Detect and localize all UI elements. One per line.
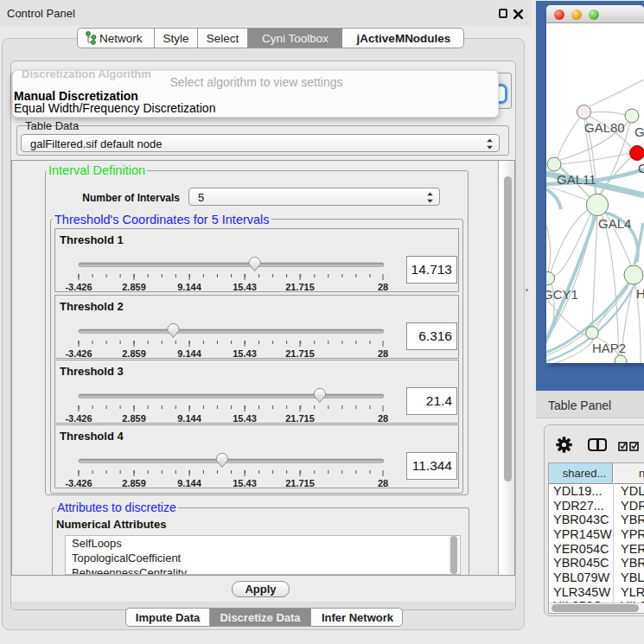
svg-text:15.43: 15.43 <box>233 282 257 292</box>
svg-text:2.859: 2.859 <box>122 348 146 359</box>
svg-text:H: H <box>636 286 644 301</box>
svg-text:15.43: 15.43 <box>233 478 257 488</box>
svg-text:28: 28 <box>378 282 388 292</box>
svg-text:21.715: 21.715 <box>285 348 315 359</box>
svg-text:-3.426: -3.426 <box>65 282 92 292</box>
svg-text:28: 28 <box>378 478 388 488</box>
svg-text:9.144: 9.144 <box>177 348 201 359</box>
svg-text:GAL80: GAL80 <box>584 120 625 135</box>
svg-text:GAL4: GAL4 <box>598 216 631 231</box>
svg-text:15.43: 15.43 <box>233 348 257 359</box>
svg-text:21.715: 21.715 <box>285 413 315 424</box>
svg-text:GAL11: GAL11 <box>557 172 596 187</box>
svg-text:-3.426: -3.426 <box>65 348 92 359</box>
svg-text:28: 28 <box>378 348 388 359</box>
svg-text:9.144: 9.144 <box>177 282 201 292</box>
svg-text:28: 28 <box>378 413 388 424</box>
svg-text:9.144: 9.144 <box>177 413 201 424</box>
svg-text:2.859: 2.859 <box>122 282 146 292</box>
svg-text:21.715: 21.715 <box>285 478 315 488</box>
svg-text:GCY1: GCY1 <box>546 287 578 302</box>
svg-text:-3.426: -3.426 <box>65 413 92 424</box>
svg-text:HAP2: HAP2 <box>592 341 626 355</box>
svg-text:-3.426: -3.426 <box>65 478 92 488</box>
svg-text:21.715: 21.715 <box>285 282 315 292</box>
svg-text:2.859: 2.859 <box>122 413 146 424</box>
svg-text:15.43: 15.43 <box>233 413 257 424</box>
svg-text:GA: GA <box>634 124 644 139</box>
svg-text:C: C <box>638 161 644 175</box>
svg-text:2.859: 2.859 <box>122 478 146 488</box>
svg-text:9.144: 9.144 <box>177 478 201 488</box>
